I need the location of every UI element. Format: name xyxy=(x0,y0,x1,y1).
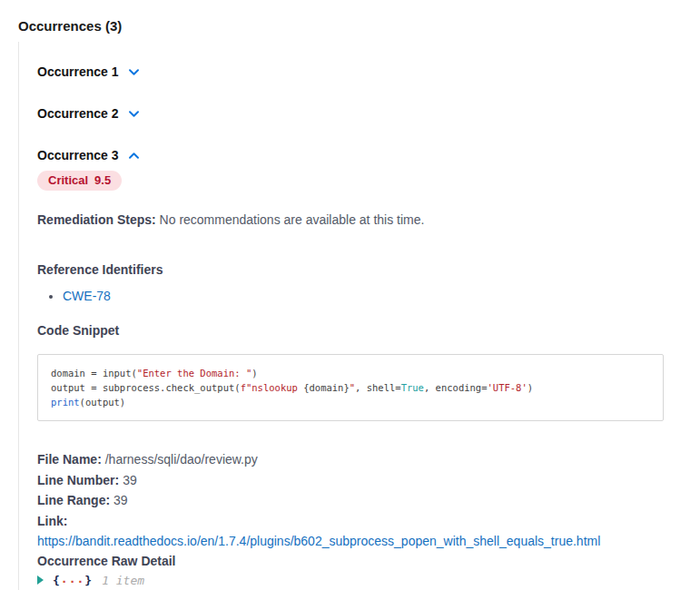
remediation-label: Remediation Steps: xyxy=(37,212,156,227)
occurrence-3-toggle[interactable]: Occurrence 3 xyxy=(37,147,141,163)
occurrence-3-label: Occurrence 3 xyxy=(37,147,119,163)
occurrence-2-label: Occurrence 2 xyxy=(37,105,119,122)
file-name-label: File Name: xyxy=(37,452,102,467)
line-range-value: 39 xyxy=(113,493,128,507)
line-range-row: Line Range: 39 xyxy=(37,490,682,511)
occurrence-2-toggle[interactable]: Occurrence 2 xyxy=(37,105,141,122)
file-name-row: File Name: /harness/sqli/dao/review.py xyxy=(37,449,682,470)
occurrence-1-label: Occurrence 1 xyxy=(37,64,119,80)
severity-label: Critical xyxy=(48,173,88,187)
severity-score: 9.5 xyxy=(94,173,111,187)
line-range-label: Line Range: xyxy=(37,493,110,507)
tree-expand-icon[interactable] xyxy=(37,575,44,585)
link-url-row: https://bandit.readthedocs.io/en/1.7.4/p… xyxy=(37,531,682,552)
occurrence-1-toggle[interactable]: Occurrence 1 xyxy=(37,42,141,80)
documentation-link[interactable]: https://bandit.readthedocs.io/en/1.7.4/p… xyxy=(37,534,600,548)
occurrences-panel: Occurrence 1 Occurrence 2 Occurrence 3 C… xyxy=(18,42,682,590)
line-number-value: 39 xyxy=(123,473,137,487)
occurrence-3-detail: Critical 9.5 Remediation Steps: No recom… xyxy=(37,163,682,587)
raw-detail-json-tree: {...} 1 item xyxy=(37,574,682,587)
severity-badge: Critical 9.5 xyxy=(37,171,122,191)
file-name-value: /harness/sqli/dao/review.py xyxy=(105,452,258,467)
line-number-label: Line Number: xyxy=(37,473,119,487)
ellipsis: ... xyxy=(61,572,84,585)
item-count: 1 item xyxy=(102,574,144,587)
reference-identifiers-heading: Reference Identifiers xyxy=(37,262,682,278)
reference-identifiers-list: CWE-78 xyxy=(37,289,682,304)
list-item: CWE-78 xyxy=(63,289,682,304)
occurrence-raw-detail-heading: Occurrence Raw Detail xyxy=(37,554,682,569)
link-label: Link: xyxy=(37,514,67,528)
cwe-link[interactable]: CWE-78 xyxy=(63,289,111,303)
remediation-row: Remediation Steps: No recommendations ar… xyxy=(37,212,682,228)
remediation-text: No recommendations are available at this… xyxy=(160,212,425,227)
chevron-down-icon[interactable] xyxy=(127,65,141,79)
chevron-down-icon[interactable] xyxy=(127,107,141,121)
code-snippet-content: domain = input("Enter the Domain: ")outp… xyxy=(51,366,650,409)
code-snippet-box: domain = input("Enter the Domain: ")outp… xyxy=(37,354,664,421)
chevron-up-icon[interactable] xyxy=(127,149,141,162)
code-snippet-heading: Code Snippet xyxy=(37,323,682,339)
page-title: Occurrences (3) xyxy=(18,18,682,34)
link-label-row: Link: xyxy=(37,511,682,532)
occurrence-meta: File Name: /harness/sqli/dao/review.py L… xyxy=(37,449,682,569)
line-number-row: Line Number: 39 xyxy=(37,470,682,491)
collapsed-object[interactable]: {...} xyxy=(53,574,93,587)
